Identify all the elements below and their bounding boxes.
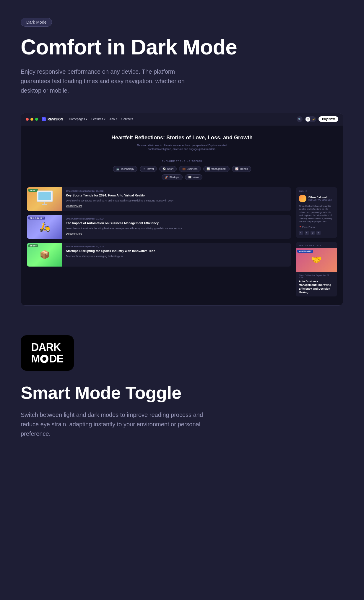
social-linkedin[interactable]: in (316, 231, 321, 235)
featured-thumb: MANAGEMENT 🤝 (296, 248, 337, 272)
topic-business[interactable]: 💼Business (179, 166, 201, 172)
author-details: Ethan Caldwell REFLECTIVE BLOGGER (308, 196, 332, 201)
theme-light-btn[interactable]: ☀ (306, 117, 310, 122)
logo-m: M (31, 353, 40, 365)
discover-link-1[interactable]: Discover More (66, 204, 288, 207)
site-logo-text: REVISION (48, 117, 63, 121)
hero-description: Enjoy responsive performance on any devi… (21, 67, 204, 95)
nav-contacts[interactable]: Contacts (121, 117, 133, 121)
article-card-2: TECHNOLOGY 🛵 Ethan Caldwell on September… (27, 215, 291, 239)
smart-heading: Smart Mode Toggle (21, 383, 343, 403)
smart-description: Switch between light and dark modes to i… (21, 410, 210, 438)
article-meta-3: Ethan Caldwell on September 27, 2024 (66, 245, 288, 248)
author-location: 📍 Paris, France (299, 226, 334, 228)
topic-technology[interactable]: 💻Technology (113, 166, 137, 172)
tech-badge: TECHNOLOGY (28, 217, 45, 220)
monitor-shape (37, 191, 53, 202)
logo-circle-inner (43, 357, 46, 361)
logo-de: DE (49, 353, 63, 365)
site-hero-title: Heartfelt Reflections: Stories of Love, … (27, 134, 337, 141)
topic-trends-label: Trends (240, 167, 248, 170)
topic-sport[interactable]: ⚽Sport (159, 166, 177, 172)
cube-icon: 📦 (40, 250, 50, 259)
article-card-1: SPORT (27, 187, 291, 211)
social-x[interactable]: 𝕏 (299, 231, 303, 235)
article-card-3: SPORT 📦 Ethan Caldwell on September 27, … (27, 243, 291, 267)
social-facebook[interactable]: f (305, 231, 309, 235)
article-title-3: Startups Disrupting the Sports Industry … (66, 249, 288, 253)
article-info-1: Ethan Caldwell on September 27, 2024 Key… (66, 187, 291, 211)
logo-line1: DARK (31, 341, 63, 353)
topics-row: 💻Technology ✈Travel ⚽Sport 💼Business 📊Ma… (27, 166, 337, 172)
search-icon[interactable]: 🔍 (297, 116, 303, 122)
business-icon: 💼 (182, 167, 186, 170)
topic-business-label: Business (187, 167, 198, 170)
nav-links: Homepages ▾ Features ▾ About Contacts (69, 117, 133, 121)
logo-line2: M DE (31, 353, 63, 365)
topic-travel[interactable]: ✈Travel (140, 166, 157, 172)
topic-technology-label: Technology (121, 167, 134, 170)
about-label: ABOUT (299, 190, 334, 192)
hero-heading: Comfort in Dark Mode (21, 36, 343, 59)
topic-travel-label: Travel (147, 167, 154, 170)
site-hero: Heartfelt Reflections: Stories of Love, … (27, 134, 337, 151)
article-title-2: The Impact of Automation on Business Man… (66, 221, 288, 225)
travel-icon: ✈ (143, 167, 145, 170)
buy-now-button[interactable]: Buy Now (318, 116, 338, 122)
social-instagram[interactable]: ◎ (311, 231, 315, 235)
site-hero-sub: Revision Welcome to ultimate source for … (135, 143, 229, 151)
browser-content: Heartfelt Reflections: Stories of Love, … (21, 125, 343, 306)
article-title-1: Key Sports Trends for 2024: From AI to V… (66, 193, 288, 198)
dark-mode-badge: Dark Mode (21, 18, 52, 27)
monitor-stand (44, 202, 45, 204)
featured-section: FEATURED POSTS MANAGEMENT 🤝 Ethan Caldwe… (296, 242, 337, 296)
nav-actions: 🔍 ☀ 🌙 Buy Now (297, 116, 338, 122)
topic-management-label: Management (211, 167, 227, 170)
scooter-icon: 🛵 (39, 222, 50, 232)
theme-dark-btn[interactable]: 🌙 (311, 117, 316, 122)
about-section: ABOUT Ethan Caldwell REFLECTIVE BLOGGER … (296, 187, 337, 238)
dot-yellow (30, 118, 33, 121)
article-info-3: Ethan Caldwell on September 27, 2024 Sta… (66, 243, 291, 267)
topic-trends[interactable]: 📈Trends (232, 166, 251, 172)
location-icon: 📍 (299, 226, 301, 228)
topic-startups[interactable]: 🚀Startups (162, 174, 183, 180)
topic-news[interactable]: 📰News (185, 174, 203, 180)
nav-homepages[interactable]: Homepages ▾ (69, 117, 87, 121)
author-avatar (299, 195, 306, 202)
article-excerpt-1: Dive into the key sports trends like AI … (66, 199, 288, 203)
author-role: REFLECTIVE BLOGGER (308, 199, 332, 201)
sport-icon: ⚽ (162, 167, 166, 170)
article-meta-1: Ethan Caldwell on September 27, 2024 (66, 190, 288, 192)
bottom-section: DARK M DE Smart Mode Toggle Switch betwe… (21, 329, 343, 438)
topic-management[interactable]: 📊Management (203, 166, 230, 172)
sport-badge-3: SPORT (28, 244, 38, 247)
site-logo: ✦ REVISION (42, 117, 63, 121)
featured-info: Ethan Caldwell on September 27, 2024 AI … (296, 272, 337, 296)
article-thumb-3: SPORT 📦 (27, 243, 62, 267)
sidebar-col: ABOUT Ethan Caldwell REFLECTIVE BLOGGER … (296, 187, 337, 296)
logo-circle (40, 355, 48, 363)
social-links: 𝕏 f ◎ in (299, 231, 334, 235)
discover-link-2[interactable]: Discover More (66, 232, 288, 235)
browser-mockup: ✦ REVISION Homepages ▾ Features ▾ About … (21, 113, 343, 306)
dot-green (35, 118, 38, 121)
management-icon: 📊 (207, 167, 210, 170)
theme-toggle[interactable]: ☀ 🌙 (305, 116, 316, 122)
trending-label: EXPLORE TRENDING TOPICS (27, 160, 337, 162)
article-excerpt-3: Discover how startups are leveraging tec… (66, 255, 288, 258)
logo-icon: ✦ (42, 117, 46, 121)
topic-news-label: News (193, 176, 199, 179)
dot-red (26, 118, 29, 121)
trends-icon: 📈 (235, 167, 238, 170)
topics-row-2: 🚀Startups 📰News (27, 174, 337, 180)
main-container: Dark Mode Comfort in Dark Mode Enjoy res… (0, 0, 364, 462)
browser-nav: ✦ REVISION Homepages ▾ Features ▾ About … (42, 116, 338, 122)
featured-meta: Ethan Caldwell on September 27, 2024 (299, 274, 334, 278)
article-thumb-1: SPORT (27, 187, 62, 211)
nav-about[interactable]: About (110, 117, 117, 121)
topic-startups-label: Startups (169, 176, 179, 179)
author-info: Ethan Caldwell REFLECTIVE BLOGGER (299, 195, 334, 202)
monitor-base (42, 204, 47, 205)
nav-features[interactable]: Features ▾ (91, 117, 105, 121)
